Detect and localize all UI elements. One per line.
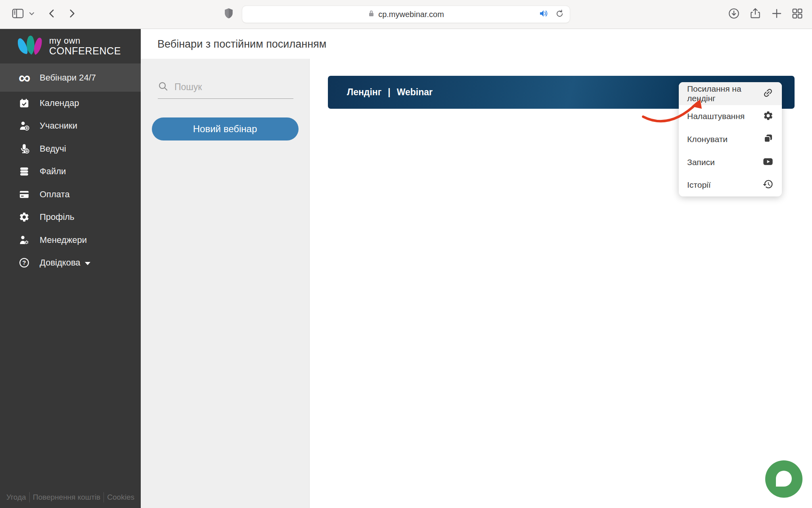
page-title: Вебінари з постійним посиланням <box>157 38 326 50</box>
webinar-banner-separator: | <box>388 87 390 98</box>
footer-link-cookies[interactable]: Cookies <box>107 493 134 502</box>
gear-icon <box>763 110 774 123</box>
sidebar-item-managers[interactable]: Менеджери <box>0 229 141 252</box>
sidebar-item-webinars-24-7[interactable]: ∞ Вебінари 24/7 <box>0 64 141 92</box>
link-icon <box>762 87 774 100</box>
help-icon: ? <box>17 257 31 268</box>
tab-overview-icon[interactable] <box>791 8 803 21</box>
calendar-icon <box>17 98 31 109</box>
chevron-down-icon[interactable] <box>29 10 35 18</box>
reload-icon[interactable] <box>555 9 564 20</box>
gear-icon <box>17 212 31 223</box>
menu-item-landing-link[interactable]: Посилання на лендінг <box>679 82 782 105</box>
participants-icon <box>17 120 31 131</box>
svg-text:?: ? <box>22 260 26 266</box>
webinar-list-panel: Новий вебінар <box>141 59 310 508</box>
url-text: cp.mywebinar.com <box>378 10 444 19</box>
sidebar: my own CONFERENCE ∞ Вебінари 24/7 Кал <box>0 29 141 508</box>
main-content: Лендінг | Webinar Посилання на лендінг Н… <box>310 59 812 508</box>
privacy-shield-icon[interactable] <box>224 8 234 21</box>
payment-icon <box>17 189 31 200</box>
sidebar-item-calendar[interactable]: Календар <box>0 92 141 115</box>
webinar-context-menu: Посилання на лендінг Налаштування Клонув… <box>679 82 782 196</box>
sidebar-footer: Угода Повернення коштів Cookies <box>0 492 141 502</box>
new-tab-icon[interactable] <box>771 8 783 21</box>
lock-icon <box>368 10 375 19</box>
brand-logo-icon <box>17 34 44 58</box>
search-input[interactable] <box>174 82 278 92</box>
chat-bubble-icon <box>776 471 792 487</box>
audio-playing-icon[interactable] <box>539 9 549 19</box>
footer-link-refund[interactable]: Повернення коштів <box>33 493 100 502</box>
sidebar-item-help[interactable]: ? Довідкова <box>0 252 141 275</box>
presenters-icon <box>17 143 31 154</box>
sidebar-item-participants[interactable]: Учасники <box>0 115 141 138</box>
chat-widget-button[interactable] <box>765 460 802 498</box>
footer-divider <box>29 492 30 502</box>
footer-link-agreement[interactable]: Угода <box>6 493 26 502</box>
dropdown-caret-icon <box>85 262 90 265</box>
brand-logo[interactable]: my own CONFERENCE <box>0 29 141 62</box>
menu-item-recordings[interactable]: Записи <box>679 151 782 174</box>
sidebar-toggle-icon[interactable] <box>12 8 24 21</box>
content-header: Вебінари з постійним посиланням <box>141 29 812 59</box>
history-icon <box>762 179 774 191</box>
managers-icon <box>17 235 31 246</box>
sidebar-item-profile[interactable]: Профіль <box>0 206 141 229</box>
webinar-banner-title: Лендінг <box>347 87 381 98</box>
sidebar-item-presenters[interactable]: Ведучі <box>0 137 141 160</box>
footer-divider <box>103 492 104 502</box>
clone-icon <box>763 133 774 145</box>
webinar-banner-subtitle: Webinar <box>397 87 433 98</box>
search-field[interactable] <box>158 81 293 99</box>
sidebar-item-files[interactable]: Файли <box>0 160 141 183</box>
search-icon <box>158 81 169 93</box>
sidebar-item-payment[interactable]: Оплата <box>0 183 141 206</box>
browser-toolbar: cp.mywebinar.com <box>0 0 812 29</box>
menu-item-settings[interactable]: Налаштування <box>679 105 782 128</box>
back-icon[interactable] <box>47 8 57 21</box>
forward-icon[interactable] <box>67 8 77 21</box>
menu-item-history[interactable]: Історії <box>679 173 782 196</box>
menu-item-clone[interactable]: Клонувати <box>679 128 782 151</box>
recordings-icon <box>762 156 774 169</box>
new-webinar-button[interactable]: Новий вебінар <box>152 117 299 140</box>
share-icon[interactable] <box>749 8 761 21</box>
files-icon <box>17 166 31 177</box>
sidebar-nav: ∞ Вебінари 24/7 Календар <box>0 64 141 274</box>
app-window: cp.mywebinar.com <box>0 0 812 508</box>
downloads-icon[interactable] <box>728 8 740 21</box>
address-bar[interactable]: cp.mywebinar.com <box>242 6 570 23</box>
brand-logo-text: my own CONFERENCE <box>49 37 121 56</box>
